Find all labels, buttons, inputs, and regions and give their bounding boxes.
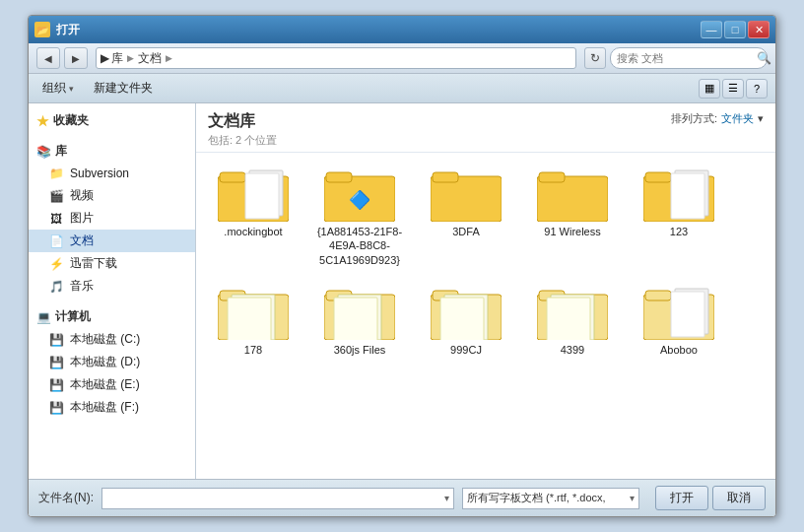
svg-rect-22 (334, 298, 377, 340)
folder-icon-mockingbot (218, 165, 289, 222)
address-separator-1: ▶ (127, 53, 134, 63)
search-bar[interactable]: 🔍 (610, 47, 768, 69)
folder-label-4399: 4399 (561, 343, 584, 357)
title-bar: 📂 打开 — □ ✕ (29, 16, 775, 43)
minimize-button[interactable]: — (701, 21, 722, 38)
search-input[interactable] (617, 52, 753, 64)
sort-dropdown-icon[interactable]: ▾ (758, 112, 764, 125)
svg-rect-10 (539, 172, 565, 182)
library-header[interactable]: 📚 库 (29, 140, 195, 163)
folder-icon-3dfa (431, 165, 502, 222)
organize-dropdown-icon: ▾ (69, 84, 74, 94)
details-view-button[interactable]: ☰ (722, 79, 744, 99)
folder-999cj[interactable]: 999CJ (417, 279, 515, 361)
sidebar-item-documents[interactable]: 📄 文档 (29, 230, 195, 252)
favorites-label: 收藏夹 (53, 112, 89, 129)
svg-rect-14 (671, 173, 704, 219)
folder-label-guid: {1A881453-21F8-4E9A-B8C8-5C1A1969D923} (314, 225, 405, 267)
filename-input-wrap[interactable]: ▾ (101, 488, 454, 509)
sidebar-item-music[interactable]: 🎵 音乐 (29, 275, 195, 298)
filetype-text: 所有写字板文档 (*.rtf, *.docx, (467, 491, 630, 505)
forward-button[interactable]: ▶ (64, 47, 88, 69)
help-button[interactable]: ? (746, 79, 768, 99)
title-bar-left: 📂 打开 (34, 22, 80, 38)
documents-label: 文档 (70, 233, 94, 249)
sidebar: ★ 收藏夹 📚 库 📁 Subversion 🎬 视频 (29, 103, 196, 479)
drive-f-label: 本地磁盘 (F:) (70, 399, 139, 416)
folder-3dfa[interactable]: 3DFA (417, 161, 515, 271)
library-info: 文档库 包括: 2 个位置 (208, 111, 277, 148)
folder-icon-360js (324, 283, 395, 340)
refresh-button[interactable]: ↻ (584, 47, 606, 69)
computer-section: 💻 计算机 💾 本地磁盘 (C:) 💾 本地磁盘 (D:) 💾 本地磁盘 (E:… (29, 305, 195, 419)
folder-4399[interactable]: 4399 (523, 279, 622, 361)
computer-header[interactable]: 💻 计算机 (29, 305, 195, 328)
svg-rect-34 (671, 292, 704, 337)
sidebar-item-pictures[interactable]: 🖼 图片 (29, 207, 195, 230)
main-window: 📂 打开 — □ ✕ ◀ ▶ ▶ 库 ▶ 文档 ▶ ↻ 🔍 (28, 15, 776, 517)
address-bar[interactable]: ▶ 库 ▶ 文档 ▶ (96, 47, 576, 69)
favorites-header[interactable]: ★ 收藏夹 (29, 109, 195, 132)
thunder-icon: ⚡ (48, 256, 64, 272)
sidebar-item-drive-d[interactable]: 💾 本地磁盘 (D:) (29, 351, 195, 373)
view-controls: ▦ ☰ ? (699, 79, 768, 99)
svg-rect-18 (228, 298, 271, 340)
new-folder-label: 新建文件夹 (94, 80, 153, 97)
address-library: ▶ 库 (100, 50, 123, 67)
title-controls: — □ ✕ (701, 21, 770, 38)
folder-178[interactable]: 178 (204, 279, 302, 361)
library-subtitle: 包括: 2 个位置 (208, 133, 277, 148)
drive-d-label: 本地磁盘 (D:) (70, 354, 140, 370)
close-button[interactable]: ✕ (748, 21, 770, 38)
computer-icon: 💻 (36, 310, 51, 324)
folder-label-123: 123 (670, 225, 688, 238)
back-button[interactable]: ◀ (36, 47, 60, 69)
sort-label: 排列方式: (671, 111, 717, 126)
folder-91wireless[interactable]: 91 Wireless (523, 161, 622, 271)
bottom-bar: 文件名(N): ▾ 所有写字板文档 (*.rtf, *.docx, ▾ 打开 取… (29, 479, 775, 516)
library-icon: 📚 (36, 145, 51, 159)
bottom-actions: 打开 取消 (655, 486, 766, 510)
subversion-icon: 📁 (48, 166, 64, 181)
folder-guid[interactable]: 🔷 {1A881453-21F8-4E9A-B8C8-5C1A1969D923} (310, 161, 409, 271)
maximize-button[interactable]: □ (724, 21, 746, 38)
window-icon: 📂 (34, 22, 50, 37)
cancel-button[interactable]: 取消 (712, 486, 766, 510)
icon-view-button[interactable]: ▦ (699, 79, 720, 99)
sidebar-item-drive-f[interactable]: 💾 本地磁盘 (F:) (29, 396, 195, 419)
file-area-header: 文档库 包括: 2 个位置 排列方式: 文件夹 ▾ (196, 103, 775, 153)
sidebar-item-subversion[interactable]: 📁 Subversion (29, 163, 195, 184)
drive-d-icon: 💾 (48, 355, 64, 370)
sort-control: 排列方式: 文件夹 ▾ (671, 111, 764, 126)
folder-mockingbot[interactable]: .mockingbot (204, 161, 302, 271)
svg-rect-8 (433, 172, 458, 182)
sidebar-item-thunder[interactable]: ⚡ 迅雷下载 (29, 252, 195, 275)
filetype-select-wrap[interactable]: 所有写字板文档 (*.rtf, *.docx, ▾ (462, 488, 639, 509)
folder-123[interactable]: 123 (630, 161, 728, 271)
new-folder-button[interactable]: 新建文件夹 (88, 78, 159, 99)
video-label: 视频 (70, 187, 94, 204)
folder-aboboo[interactable]: Aboboo (630, 279, 728, 361)
open-button[interactable]: 打开 (655, 486, 708, 510)
favorites-section: ★ 收藏夹 (29, 109, 195, 132)
filename-dropdown-icon[interactable]: ▾ (444, 493, 449, 503)
sidebar-item-drive-c[interactable]: 💾 本地磁盘 (C:) (29, 328, 195, 351)
folder-360js[interactable]: 360js Files (310, 279, 409, 361)
main-content: ★ 收藏夹 📚 库 📁 Subversion 🎬 视频 (29, 103, 775, 479)
sort-value-button[interactable]: 文件夹 (721, 111, 754, 126)
svg-rect-1 (220, 172, 245, 182)
pictures-icon: 🖼 (48, 211, 64, 227)
drive-e-icon: 💾 (48, 377, 64, 393)
folder-label-91wireless: 91 Wireless (544, 225, 600, 238)
organize-button[interactable]: 组织 ▾ (36, 78, 80, 99)
filename-input[interactable] (106, 492, 444, 505)
folder-label-178: 178 (244, 343, 262, 357)
folder-label-999cj: 999CJ (450, 343, 482, 357)
svg-rect-12 (645, 172, 671, 182)
drive-c-label: 本地磁盘 (C:) (70, 331, 140, 348)
folder-label-360js: 360js Files (334, 343, 386, 357)
filetype-dropdown-icon[interactable]: ▾ (630, 493, 635, 503)
sidebar-item-video[interactable]: 🎬 视频 (29, 184, 195, 207)
folder-label-3dfa: 3DFA (452, 225, 480, 238)
sidebar-item-drive-e[interactable]: 💾 本地磁盘 (E:) (29, 373, 195, 396)
